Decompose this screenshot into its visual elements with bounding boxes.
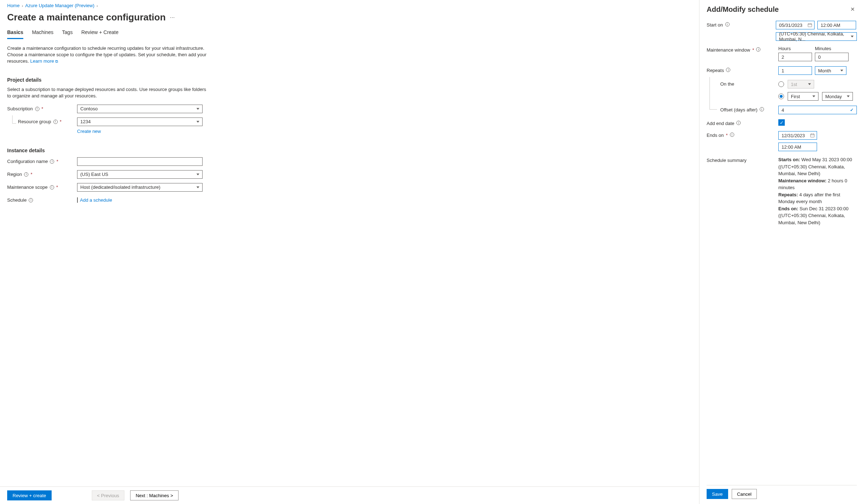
more-icon[interactable]: ··· xyxy=(170,14,175,21)
info-icon[interactable]: i xyxy=(50,159,54,164)
info-icon[interactable]: i xyxy=(35,107,39,111)
region-select[interactable]: (US) East US xyxy=(77,170,203,179)
region-label: Region i * xyxy=(7,172,77,177)
hours-input[interactable]: 2 xyxy=(778,53,812,61)
calendar-icon xyxy=(810,133,815,138)
cancel-button[interactable]: Cancel xyxy=(732,489,757,499)
repeats-label: Repeats i xyxy=(707,66,778,75)
resource-group-select[interactable]: 1234 xyxy=(77,117,203,126)
resource-group-label: Resource group i * xyxy=(7,119,77,124)
config-name-input[interactable] xyxy=(77,157,203,166)
start-time-input[interactable]: 12:00 AM xyxy=(817,21,856,29)
info-icon[interactable]: i xyxy=(29,198,33,202)
instance-details-heading: Instance details xyxy=(7,148,692,153)
svg-rect-0 xyxy=(808,24,812,27)
tab-review[interactable]: Review + Create xyxy=(81,29,119,39)
pattern-ordinal-radio[interactable] xyxy=(778,93,784,99)
add-schedule-link[interactable]: Add a schedule xyxy=(80,197,112,203)
project-details-note: Select a subscription to manage deployed… xyxy=(7,86,208,99)
tab-tags[interactable]: Tags xyxy=(62,29,73,39)
breadcrumb: Home › Azure Update Manager (Preview) › xyxy=(7,3,692,8)
info-icon[interactable]: i xyxy=(760,107,764,111)
end-time-input[interactable]: 12:00 AM xyxy=(778,143,817,151)
page-title: Create a maintenance configuration xyxy=(7,12,166,23)
info-icon[interactable]: i xyxy=(736,121,741,125)
info-icon[interactable]: i xyxy=(725,22,730,27)
end-date-input[interactable]: 12/31/2023 xyxy=(778,131,817,140)
ordinal-select[interactable]: First xyxy=(788,92,818,101)
schedule-panel: Add/Modify schedule ✕ Start on i 05/31/2… xyxy=(699,0,864,504)
panel-footer: Save Cancel xyxy=(707,485,857,504)
info-icon[interactable]: i xyxy=(756,47,760,52)
schedule-label: Schedule i xyxy=(7,197,77,203)
ends-on-label: Ends on * i xyxy=(707,131,778,151)
on-the-label: On the xyxy=(707,80,778,101)
info-icon[interactable]: i xyxy=(50,185,54,189)
chevron-right-icon: › xyxy=(22,4,23,8)
subscription-label: Subscription i * xyxy=(7,106,77,111)
pattern-day-radio[interactable] xyxy=(778,81,784,87)
schedule-summary-label: Schedule summary xyxy=(707,156,778,226)
project-details-heading: Project details xyxy=(7,77,692,83)
repeats-value-input[interactable]: 1 xyxy=(778,66,812,75)
subscription-select[interactable]: Contoso xyxy=(77,105,203,113)
offset-label: Offset (days after) i xyxy=(707,106,778,114)
breadcrumb-aum[interactable]: Azure Update Manager (Preview) xyxy=(25,3,94,8)
add-end-date-label: Add end date i xyxy=(707,119,778,126)
footer: Review + create < Previous Next : Machin… xyxy=(0,486,699,504)
tabs: Basics Machines Tags Review + Create xyxy=(7,29,692,39)
tab-basics[interactable]: Basics xyxy=(7,29,23,39)
svg-rect-4 xyxy=(811,134,815,137)
config-name-label: Configuration name i * xyxy=(7,159,77,164)
create-new-rg-link[interactable]: Create new xyxy=(77,129,692,134)
info-icon[interactable]: i xyxy=(53,120,58,124)
minutes-input[interactable]: 0 xyxy=(815,53,849,61)
learn-more-link[interactable]: Learn more ⧉ xyxy=(30,58,58,64)
panel-title: Add/Modify schedule xyxy=(707,5,779,14)
description: Create a maintenance configuration to sc… xyxy=(7,45,208,65)
start-date-input[interactable]: 05/31/2023 xyxy=(776,21,815,29)
previous-button[interactable]: < Previous xyxy=(92,490,125,500)
breadcrumb-home[interactable]: Home xyxy=(7,3,20,8)
review-create-button[interactable]: Review + create xyxy=(7,490,52,500)
chevron-right-icon: › xyxy=(96,4,98,8)
next-button[interactable]: Next : Machines > xyxy=(130,490,178,500)
repeats-unit-select[interactable]: Month xyxy=(815,66,846,75)
day-number-select[interactable]: 1st xyxy=(788,80,814,88)
maintenance-scope-select[interactable]: Host (dedicated/isolated infrastructure) xyxy=(77,183,203,192)
tab-machines[interactable]: Machines xyxy=(32,29,53,39)
external-link-icon: ⧉ xyxy=(55,59,58,63)
maintenance-window-label: Maintenance window * i xyxy=(707,46,778,61)
info-icon[interactable]: i xyxy=(24,172,28,177)
add-end-date-checkbox[interactable]: ✓ xyxy=(778,119,785,126)
minutes-label: Minutes xyxy=(815,46,849,51)
weekday-select[interactable]: Monday xyxy=(822,92,853,101)
timezone-select[interactable]: (UTC+05:30) Chennai, Kolkata, Mumbai, N.… xyxy=(776,32,857,41)
schedule-summary: Starts on: Wed May 31 2023 00:00 ((UTC+0… xyxy=(778,156,857,226)
save-button[interactable]: Save xyxy=(707,489,728,499)
calendar-icon xyxy=(808,23,812,27)
info-icon[interactable]: i xyxy=(730,133,734,137)
close-icon[interactable]: ✕ xyxy=(848,5,857,14)
maintenance-scope-label: Maintenance scope i * xyxy=(7,184,77,190)
offset-input[interactable]: 4 xyxy=(778,106,857,114)
hours-label: Hours xyxy=(778,46,812,51)
start-on-label: Start on i xyxy=(707,21,776,41)
info-icon[interactable]: i xyxy=(726,68,730,72)
